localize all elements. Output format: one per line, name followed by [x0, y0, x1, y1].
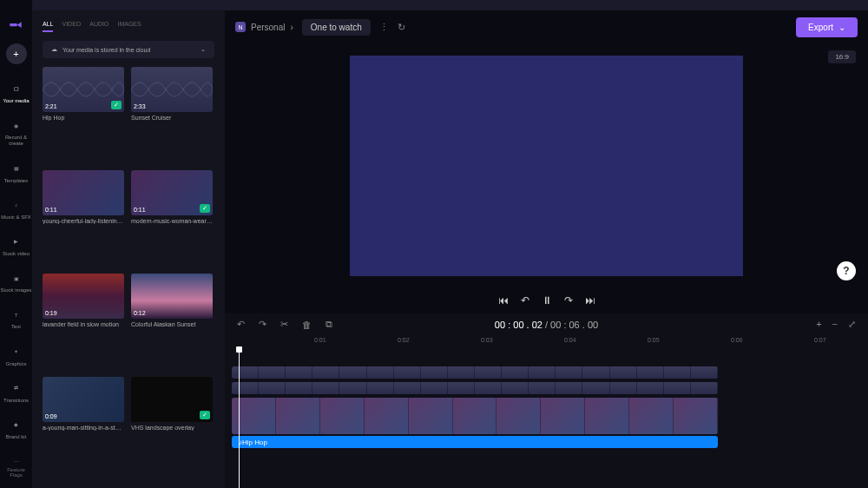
split-button[interactable]: ✂	[280, 319, 288, 330]
rail-item-media[interactable]: ▢Your media	[0, 82, 32, 106]
templates-icon: ▦	[10, 163, 23, 175]
media-thumbnail: 0:19	[43, 274, 124, 319]
media-label: a-young-man-sitting-in-a-studio...	[43, 425, 124, 431]
chevron-right-icon: ›	[290, 23, 293, 32]
transitions-icon: ⇄	[10, 383, 23, 395]
rail-item-graphics[interactable]: ✦Graphics	[0, 345, 32, 369]
media-tabs: ALLVIDEOAUDIOIMAGES	[43, 21, 225, 32]
more-icon[interactable]: ⋮	[379, 22, 389, 33]
brandkit-icon: ◆	[10, 419, 23, 432]
media-label: Hip Hop	[43, 115, 124, 121]
media-panel: ALLVIDEOAUDIOIMAGES ☁ Your media is stor…	[32, 10, 225, 488]
media-thumbnail: 2:21✓	[43, 67, 124, 112]
zoom-out-button[interactable]: −	[832, 319, 838, 330]
skip-back-button[interactable]: ⏮	[498, 294, 509, 307]
ruler-tick: 0:05	[648, 337, 660, 343]
rail-item-text[interactable]: TText	[0, 307, 32, 332]
rail-item-record[interactable]: ◉Record & create	[0, 118, 32, 148]
media-label: VHS landscape overlay	[131, 425, 213, 431]
media-item[interactable]: 0:11young-cheerful-lady-listening-to...	[43, 170, 124, 267]
rail-item-stockimages[interactable]: ▣Stock images	[0, 271, 32, 295]
media-icon: ▢	[10, 83, 23, 96]
zoom-in-button[interactable]: +	[816, 319, 821, 330]
timeline-toolbar: ↶ ↷ ✂ 🗑 ⧉ 00 : 00 . 02 / 00 : 06 . 00 + …	[225, 313, 868, 335]
audio-track[interactable]: ♪ Hip Hop	[232, 436, 718, 448]
duration-badge: 0:11	[45, 207, 57, 213]
rail-item-music[interactable]: ♪Music & SFX	[0, 198, 32, 222]
media-item[interactable]: 2:33Sunset Cruiser	[131, 67, 213, 163]
video-track[interactable]	[232, 398, 718, 434]
timecode: 00 : 00 . 02 / 00 : 06 . 00	[495, 320, 598, 330]
timeline-ruler[interactable]: 0:010:020:030:040:050:060:07	[232, 335, 868, 349]
rail-item-transitions[interactable]: ⇄Transitions	[0, 381, 32, 406]
header: N Personal › One to watch ⋮ ↻ Export ⌄	[225, 10, 868, 43]
media-item[interactable]: 0:19lavander field in slow motion	[43, 274, 124, 370]
redo-button[interactable]: ↷	[259, 319, 266, 330]
preview-area: 16:9 ?	[225, 43, 868, 287]
help-button[interactable]: ?	[837, 261, 856, 280]
breadcrumb[interactable]: N Personal ›	[235, 22, 293, 32]
rail-item-templates[interactable]: ▦Templates	[0, 162, 32, 186]
project-name-input[interactable]: One to watch	[302, 19, 371, 36]
rail-item-brandkit[interactable]: ◆Brand kit	[0, 418, 32, 442]
media-item[interactable]: 0:11✓modern-music-woman-wearing-...	[131, 170, 213, 267]
video-track[interactable]	[232, 366, 718, 379]
record-icon: ◉	[10, 120, 23, 132]
skip-forward-button[interactable]: ⏭	[585, 294, 595, 307]
ruler-tick: 0:07	[814, 337, 826, 343]
workspace-badge: N	[235, 22, 246, 32]
export-button[interactable]: Export ⌄	[796, 17, 858, 37]
aspect-ratio-selector[interactable]: 16:9	[828, 50, 856, 63]
text-icon: T	[10, 309, 23, 321]
music-icon: ♪	[10, 200, 23, 212]
add-button[interactable]: +	[6, 43, 27, 64]
tab-video[interactable]: VIDEO	[62, 21, 81, 32]
tab-audio[interactable]: AUDIO	[89, 21, 108, 32]
ruler-tick: 0:01	[314, 337, 326, 343]
graphics-icon: ✦	[10, 346, 23, 359]
media-thumbnail: 0:12	[131, 274, 213, 319]
feature-flags[interactable]: ⋯ Feature Flags	[0, 458, 32, 478]
sync-icon[interactable]: ↻	[398, 22, 405, 33]
playhead[interactable]	[239, 349, 240, 488]
media-label: lavander field in slow motion	[43, 321, 124, 327]
fit-button[interactable]: ⤢	[848, 319, 856, 330]
media-item[interactable]: 0:12Colorful Alaskan Sunset	[131, 274, 213, 370]
delete-button[interactable]: 🗑	[302, 320, 312, 330]
media-label: Colorful Alaskan Sunset	[131, 321, 213, 327]
video-track[interactable]	[232, 382, 718, 394]
chevron-down-icon: ⌄	[838, 23, 845, 32]
undo-button[interactable]: ↶	[237, 319, 245, 330]
media-item[interactable]: ✓VHS landscape overlay	[131, 377, 213, 473]
media-thumbnail: 0:11	[43, 170, 124, 215]
app-logo	[7, 19, 24, 36]
check-icon: ✓	[200, 411, 210, 419]
media-item[interactable]: 0:09a-young-man-sitting-in-a-studio...	[43, 377, 124, 473]
duplicate-button[interactable]: ⧉	[326, 319, 332, 330]
media-grid: 2:21✓Hip Hop2:33Sunset Cruiser0:11young-…	[43, 67, 225, 473]
pause-button[interactable]: ⏸	[542, 294, 552, 307]
duration-badge: 2:21	[45, 103, 57, 109]
cloud-storage-bar[interactable]: ☁ Your media is stored in the cloud ⌄	[43, 41, 214, 58]
check-icon: ✓	[111, 101, 122, 109]
ruler-tick: 0:06	[731, 337, 743, 343]
rewind-button[interactable]: ↶	[521, 294, 529, 307]
rail-item-stockvideo[interactable]: ▶Stock video	[0, 234, 32, 259]
ruler-tick: 0:03	[481, 337, 493, 343]
preview-canvas[interactable]	[350, 56, 743, 276]
duration-badge: 0:11	[134, 207, 146, 213]
media-label: modern-music-woman-wearing-...	[131, 218, 213, 224]
media-thumbnail: 0:09	[43, 377, 124, 422]
ruler-tick: 0:04	[564, 337, 576, 343]
tab-all[interactable]: ALL	[43, 21, 53, 32]
chevron-down-icon: ⌄	[201, 46, 206, 53]
cloud-icon: ☁	[51, 46, 57, 53]
left-rail: + ▢Your media◉Record & create▦Templates♪…	[0, 0, 32, 488]
tab-images[interactable]: IMAGES	[117, 21, 141, 32]
media-thumbnail: 2:33	[131, 67, 213, 112]
check-icon: ✓	[200, 204, 210, 213]
media-item[interactable]: 2:21✓Hip Hop	[43, 67, 124, 163]
forward-button[interactable]: ↷	[564, 294, 573, 307]
timeline-tracks[interactable]: ♪ Hip Hop	[232, 349, 868, 488]
media-label: Sunset Cruiser	[131, 115, 213, 121]
